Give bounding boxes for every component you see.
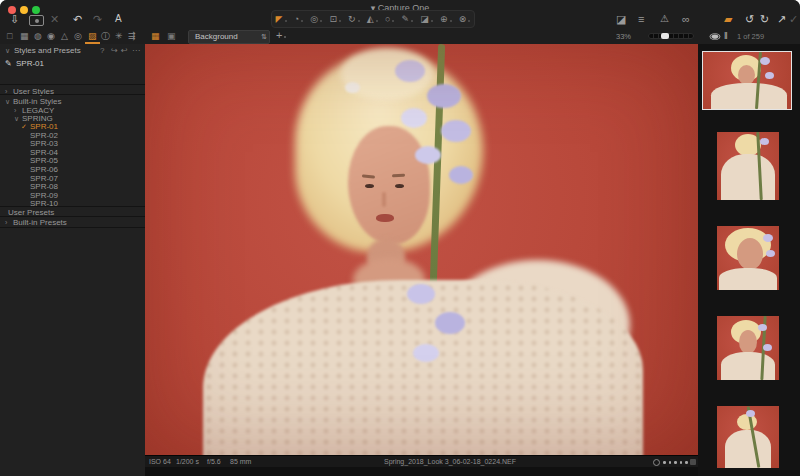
loop-icon[interactable]: ∞ — [682, 12, 690, 26]
rotate-ccw-icon[interactable]: ↺ — [745, 12, 754, 26]
main-image[interactable] — [145, 44, 698, 455]
tab-details[interactable]: ◎ — [74, 30, 82, 42]
aperture-label: f/5.6 — [207, 458, 221, 465]
section-builtin-styles[interactable]: ∨ Built-in Styles — [0, 97, 145, 106]
shutter-label: 1/200 s — [176, 458, 199, 465]
style-item-spr-06[interactable]: SPR-06 — [0, 165, 145, 174]
compare-icon[interactable]: ‖ — [724, 30, 728, 42]
image-counter-label: 1 of 259 — [737, 32, 764, 41]
tab-output[interactable]: ✳ — [115, 30, 123, 42]
thumbnail-5[interactable] — [717, 406, 779, 468]
applied-style-row[interactable]: ✎ SPR-01 — [0, 59, 145, 68]
save-style-icon[interactable]: ↪ — [111, 46, 118, 55]
zoom-slider-ticks — [649, 34, 693, 38]
thumbnail-5-image — [717, 406, 779, 468]
import-button[interactable]: ⇩ — [10, 12, 19, 26]
chevron-down-icon: ∨ — [5, 46, 10, 55]
photo-flower — [407, 284, 435, 304]
thumbnail-3-image — [717, 226, 779, 290]
single-view-button[interactable]: ▣ — [167, 30, 176, 42]
photo-flower — [395, 60, 425, 82]
style-item-spr-01[interactable]: ✓ SPR-01 — [0, 122, 145, 131]
stepper-icon[interactable]: ⇅ — [261, 31, 267, 43]
undo-button[interactable]: ↶ — [73, 12, 82, 26]
zoom-slider[interactable] — [648, 33, 694, 39]
photo-flower — [427, 84, 461, 108]
thumbnail-4[interactable] — [717, 316, 779, 380]
photo-lips — [376, 214, 394, 222]
capture-one-window: ⇩ ✕ ↶ ↷ A ▾ Capture One ◤ ◔ ◎ ⊡ ↻ ◭ ○ ✎ … — [0, 0, 800, 476]
help-icon[interactable]: ? — [100, 46, 104, 55]
iso-label: ISO 64 — [149, 458, 171, 465]
spot-tool[interactable]: ○ — [385, 14, 394, 24]
divider — [0, 84, 145, 85]
chevron-right-icon: › — [5, 218, 7, 227]
tab-lens[interactable]: ◍ — [34, 30, 42, 42]
grid-view-button[interactable]: ▦ — [151, 30, 160, 42]
add-layer-button[interactable]: + — [276, 29, 282, 41]
layer-select[interactable]: Background ⇅ — [188, 30, 270, 44]
thumbnail-1[interactable] — [703, 52, 791, 109]
erase-mask-tool[interactable]: ◪ — [420, 14, 433, 24]
draw-mask-tool[interactable]: ✎ — [402, 14, 414, 24]
grid-list-icon[interactable]: ≡ — [638, 12, 644, 26]
zoom-level-label: 33% — [616, 32, 631, 41]
pan-tool[interactable]: ◔ — [294, 14, 303, 24]
heal-tool[interactable]: ⊕ — [440, 14, 452, 24]
clone-tool[interactable]: ⊗ — [459, 14, 471, 24]
style-item-spr-03[interactable]: SPR-03 — [0, 139, 145, 148]
zoom-slider-handle[interactable] — [661, 33, 669, 39]
section-builtin-presets[interactable]: › Built-in Presets — [0, 218, 145, 227]
thumbnail-2-image — [717, 132, 779, 200]
bottom-strip — [145, 467, 698, 476]
focal-label: 85 mm — [230, 458, 251, 465]
chevron-down-icon: ∨ — [5, 97, 10, 106]
tab-color[interactable]: ◉ — [47, 30, 55, 42]
more-options-icon[interactable]: ⋯ — [132, 46, 140, 55]
tab-capture[interactable]: ▦ — [20, 30, 29, 42]
photo-eye-right — [395, 184, 404, 188]
eye-icon[interactable]: ◉ — [711, 30, 719, 42]
exposure-warning-icon[interactable]: ◪ — [616, 12, 626, 26]
delete-button[interactable]: ✕ — [50, 12, 59, 26]
tab-adjustments[interactable]: ▨ — [88, 30, 97, 42]
titlebar: ⇩ ✕ ↶ ↷ A ▾ Capture One ◤ ◔ ◎ ⊡ ↻ ◭ ○ ✎ … — [0, 0, 800, 28]
tab-batch[interactable]: ⇶ — [128, 30, 136, 42]
rotate-tool[interactable]: ↻ — [348, 14, 360, 24]
loupe-tool[interactable]: ◎ — [310, 14, 322, 24]
divider — [0, 94, 145, 95]
photo-face — [348, 126, 430, 244]
crop-tool[interactable]: ⊡ — [329, 14, 341, 24]
photo-eye-left — [365, 184, 374, 188]
thumbnail-toggle-icon[interactable] — [690, 459, 696, 465]
tab-exposure[interactable]: △ — [61, 30, 68, 42]
tab-library[interactable]: □ — [7, 30, 12, 42]
thumbnail-2[interactable] — [717, 132, 779, 200]
redo-button[interactable]: ↷ — [93, 12, 102, 26]
check-icon: ✓ — [21, 122, 27, 131]
tag-icon[interactable]: ▰ — [724, 12, 732, 26]
photo-flower — [401, 108, 427, 128]
select-tool[interactable]: ◤ — [276, 14, 287, 24]
check-icon[interactable]: ✓ — [789, 12, 798, 26]
rating-dots[interactable] — [663, 461, 688, 464]
photo-flower — [435, 312, 465, 334]
apply-arrow-icon[interactable]: ↗ — [777, 12, 786, 26]
photo-flower — [441, 120, 471, 142]
thumbnail-4-image — [717, 316, 779, 380]
annotate-button[interactable]: A — [115, 12, 122, 26]
rotate-cw-icon[interactable]: ↻ — [760, 12, 769, 26]
warning-icon[interactable]: ⚠ — [660, 12, 669, 26]
keystone-tool[interactable]: ◭ — [367, 14, 378, 24]
revert-icon[interactable]: ↩ — [121, 46, 128, 55]
style-item-spr-05[interactable]: SPR-05 — [0, 156, 145, 165]
color-tag-circle[interactable] — [653, 459, 660, 466]
filmstrip-panel: Spring_2018_L...2-18_0224.NEF Spring_201… — [698, 44, 800, 476]
camera-icon[interactable] — [29, 15, 44, 26]
layer-select-value: Background — [189, 32, 238, 41]
style-item-spr-08[interactable]: SPR-08 — [0, 182, 145, 191]
tab-metadata[interactable]: ⓘ — [101, 30, 110, 42]
thumbnail-3[interactable] — [717, 226, 779, 290]
filename-label: Spring_2018_Look 3_06-02-18_0224.NEF — [325, 458, 575, 465]
cursor-tool-strip: ◤ ◔ ◎ ⊡ ↻ ◭ ○ ✎ ◪ ⊕ ⊗ — [271, 10, 475, 28]
